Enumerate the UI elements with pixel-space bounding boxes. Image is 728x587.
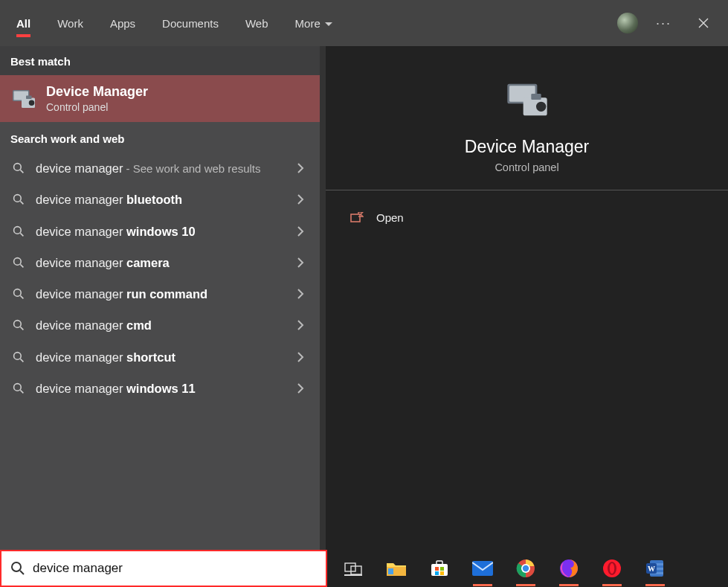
svg-rect-25 (431, 564, 448, 576)
best-match-result[interactable]: Device Manager Control panel (0, 75, 320, 122)
svg-rect-22 (344, 574, 362, 576)
svg-rect-21 (351, 566, 361, 574)
suggestion-text: device manager camera (36, 254, 291, 271)
chevron-right-icon (291, 320, 309, 330)
results-pane: Best match Device Manager Control panel (0, 46, 320, 550)
search-web-header: Search work and web (0, 122, 320, 153)
suggestion-text: device manager bluetooth (36, 191, 291, 208)
svg-rect-18 (351, 214, 360, 222)
tab-more-label: More (295, 17, 320, 30)
suggestion-text: device manager run command (36, 286, 291, 302)
chevron-right-icon (291, 194, 309, 205)
svg-point-16 (536, 102, 546, 112)
svg-point-9 (14, 289, 22, 297)
chevron-right-icon (291, 383, 309, 394)
taskbar-mail[interactable] (470, 556, 495, 581)
taskbar-file-explorer[interactable] (384, 556, 409, 581)
search-icon (10, 162, 27, 174)
svg-rect-4 (26, 95, 32, 99)
suggestion-item[interactable]: device manager - See work and web result… (0, 153, 320, 184)
suggestion-item[interactable]: device manager windows 11 (0, 373, 320, 404)
preview-subtitle: Control panel (495, 161, 558, 173)
taskbar-word[interactable]: W (642, 556, 668, 581)
tab-documents-label: Documents (162, 17, 219, 30)
open-action[interactable]: Open (326, 204, 728, 231)
preview-header: Device Manager Control panel (326, 46, 728, 190)
svg-point-3 (29, 100, 35, 106)
tab-more[interactable]: More (282, 0, 346, 46)
options-button[interactable]: ··· (647, 16, 680, 31)
suggestion-list: device manager - See work and web result… (0, 153, 320, 550)
suggestion-item[interactable]: device manager cmd (0, 309, 320, 341)
suggestion-item[interactable]: device manager bluetooth (0, 184, 320, 215)
suggestion-text: device manager - See work and web result… (36, 160, 291, 176)
device-manager-icon (10, 86, 37, 112)
suggestion-text: device manager cmd (36, 317, 291, 333)
suggestion-item[interactable]: device manager camera (0, 247, 320, 278)
suggestion-item[interactable]: device manager shortcut (0, 341, 320, 373)
svg-rect-24 (388, 568, 393, 574)
chevron-right-icon (291, 289, 309, 299)
search-box[interactable] (0, 550, 327, 587)
taskbar-firefox[interactable] (556, 556, 582, 581)
tab-apps-label: Apps (110, 17, 135, 30)
svg-text:W: W (648, 565, 655, 573)
search-icon (10, 257, 27, 269)
preview-pane: Device Manager Control panel Open (320, 46, 728, 550)
svg-point-12 (14, 384, 22, 391)
search-icon (10, 193, 27, 205)
taskbar-task-view[interactable] (341, 556, 366, 581)
taskbar-chrome[interactable] (513, 556, 538, 581)
close-icon (698, 18, 709, 28)
search-tabs: All Work Apps Documents Web More ··· (0, 0, 728, 46)
tab-all-label: All (16, 17, 30, 30)
svg-rect-17 (531, 94, 541, 100)
preview-title: Device Manager (465, 137, 589, 157)
tab-work[interactable]: Work (44, 0, 97, 46)
tab-apps[interactable]: Apps (97, 0, 149, 46)
chevron-right-icon (291, 163, 309, 173)
search-icon (10, 351, 27, 363)
search-icon (10, 319, 27, 331)
svg-rect-29 (435, 571, 439, 575)
svg-rect-31 (472, 561, 493, 576)
svg-point-11 (14, 352, 22, 359)
svg-point-19 (12, 562, 21, 571)
close-button[interactable] (686, 6, 721, 40)
device-manager-icon (503, 76, 551, 124)
tab-work-label: Work (57, 17, 83, 30)
chevron-right-icon (291, 226, 309, 237)
tab-all[interactable]: All (3, 0, 44, 46)
search-icon (10, 225, 27, 237)
svg-point-5 (14, 164, 22, 171)
tab-web[interactable]: Web (232, 0, 282, 46)
best-match-header: Best match (0, 46, 320, 75)
suggestion-text: device manager shortcut (36, 349, 291, 365)
svg-point-7 (14, 226, 22, 234)
search-icon (10, 561, 25, 576)
tab-web-label: Web (245, 17, 268, 30)
chevron-right-icon (291, 257, 309, 268)
svg-rect-30 (440, 571, 444, 575)
suggestion-item[interactable]: device manager windows 10 (0, 216, 320, 247)
suggestion-text: device manager windows 10 (36, 223, 291, 240)
taskbar: W (327, 550, 728, 587)
search-input[interactable] (33, 561, 317, 576)
svg-point-6 (14, 195, 22, 202)
svg-rect-20 (345, 563, 355, 571)
svg-rect-27 (435, 567, 439, 571)
open-icon (347, 212, 367, 224)
user-avatar[interactable] (617, 13, 638, 33)
taskbar-microsoft-store[interactable] (427, 556, 452, 581)
best-match-subtitle: Control panel (46, 101, 148, 113)
best-match-title: Device Manager (46, 84, 148, 100)
search-icon (10, 382, 27, 394)
taskbar-opera[interactable] (599, 556, 625, 581)
svg-rect-28 (440, 567, 444, 571)
suggestion-item[interactable]: device manager run command (0, 278, 320, 309)
tab-documents[interactable]: Documents (149, 0, 232, 46)
search-icon (10, 288, 27, 300)
open-label: Open (376, 211, 404, 224)
svg-point-38 (610, 563, 614, 574)
svg-point-8 (14, 258, 22, 266)
